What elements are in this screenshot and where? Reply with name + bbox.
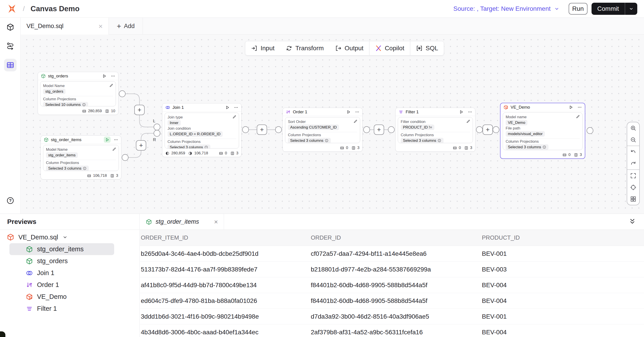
edit-icon[interactable]	[576, 114, 580, 119]
output-port-stg-order-items[interactable]	[122, 154, 128, 161]
row-count-icon	[453, 146, 457, 150]
edit-icon[interactable]	[353, 119, 358, 124]
play-button[interactable]	[104, 137, 110, 143]
help-button[interactable]: ?	[4, 194, 16, 207]
commit-dropdown-button[interactable]	[625, 3, 637, 15]
input-port-join-right[interactable]	[154, 130, 160, 137]
info-icon[interactable]	[438, 139, 441, 142]
more-menu-button[interactable]	[233, 105, 238, 110]
input-port-order[interactable]	[275, 126, 282, 133]
column-count-icon	[574, 153, 578, 157]
sidebar-item-lineage[interactable]	[4, 40, 16, 52]
locate-button[interactable]	[627, 182, 639, 193]
output-port-order[interactable]	[363, 126, 370, 133]
tree-root-ve-demo-sql[interactable]: VE_Demo.sql	[0, 231, 140, 243]
info-icon[interactable]	[325, 139, 328, 142]
node-filter-1[interactable]: Filter 1 Filter condition PRODUCT_ID != …	[395, 108, 476, 152]
edge-add-button[interactable]: +	[136, 140, 146, 151]
collapse-panel-button[interactable]	[628, 217, 636, 225]
table-row: b265d0a4-3c46-4ae4-b0db-dcbe25df901d cf0…	[140, 246, 644, 262]
zoom-in-button[interactable]	[627, 122, 639, 134]
node-stg-orders[interactable]: stg_orders Model Name stg_orders Column …	[38, 72, 118, 115]
edit-icon[interactable]	[112, 147, 116, 151]
tree-item-ve-demo[interactable]: VE_Demo	[10, 291, 114, 303]
tree-item-order-1[interactable]: Order 1	[10, 279, 114, 291]
more-menu-button[interactable]	[354, 110, 360, 114]
sidebar-item-canvas[interactable]	[4, 59, 16, 71]
toolbar-input-button[interactable]: Input	[245, 41, 280, 55]
field-label: Join condition	[168, 126, 236, 131]
info-icon[interactable]	[82, 103, 86, 106]
preview-tab-label: stg_order_items	[156, 218, 199, 225]
table-cell: BEV-004	[482, 297, 644, 304]
input-port-join-left[interactable]	[154, 124, 160, 130]
input-port-filter[interactable]	[388, 126, 395, 133]
play-button[interactable]	[224, 104, 231, 110]
output-port-join[interactable]	[242, 126, 249, 133]
projections-chip: Selected 3 columns	[288, 138, 331, 143]
redo-button[interactable]	[627, 158, 639, 169]
play-button[interactable]	[568, 104, 574, 110]
info-icon[interactable]	[542, 145, 546, 149]
field-label: Column Projections	[401, 133, 470, 137]
preview-tab-stg-order-items[interactable]: stg_order_items ×	[140, 214, 224, 230]
run-button[interactable]: Run	[569, 3, 588, 15]
copilot-icon	[375, 45, 382, 52]
zoom-out-button[interactable]	[627, 134, 639, 146]
card-divider	[401, 132, 470, 132]
tree-item-stg-order-items[interactable]: stg_order_items	[10, 243, 114, 255]
column-count: 3	[236, 151, 238, 155]
toolbar-copilot-label: Copilot	[385, 45, 404, 52]
edit-icon[interactable]	[232, 115, 236, 119]
sidebar-item-models[interactable]	[4, 21, 16, 34]
tree-item-join-1[interactable]: Join 1	[10, 267, 114, 279]
more-menu-button[interactable]	[110, 74, 115, 78]
edit-icon[interactable]	[466, 119, 470, 124]
output-port-ve-demo[interactable]	[586, 127, 593, 134]
edit-icon[interactable]	[109, 83, 114, 88]
edge-add-button[interactable]: +	[257, 125, 267, 135]
more-menu-button[interactable]	[467, 110, 472, 114]
canvas[interactable]: Input Transform Output Copilot SQL stg_o…	[21, 35, 644, 214]
toolbar-copilot-button[interactable]: Copilot	[370, 41, 410, 55]
node-order-1[interactable]: Order 1 Sort Order Ascending CUSTOMER_ID…	[282, 108, 362, 152]
app-logo-icon[interactable]	[7, 4, 17, 14]
output-port-stg-orders[interactable]	[119, 90, 126, 97]
flow-icon	[6, 42, 14, 50]
environment-selector[interactable]: Source: , Target: New Environment	[454, 5, 560, 12]
undo-button[interactable]	[627, 146, 639, 158]
more-menu-button[interactable]	[576, 105, 582, 110]
tab-ve-demo-sql[interactable]: VE_Demo.sql ×	[21, 18, 109, 35]
column-count-icon	[351, 146, 356, 150]
column-header: ORDER_ITEM_ID	[141, 234, 311, 241]
add-tab-button[interactable]: + Add	[109, 18, 143, 35]
edge-add-button[interactable]: +	[482, 125, 493, 135]
commit-button[interactable]: Commit	[592, 3, 625, 15]
play-button[interactable]	[458, 109, 464, 115]
tree-item-filter-1[interactable]: Filter 1	[10, 303, 114, 314]
tree-item-label: Filter 1	[37, 305, 57, 312]
info-icon[interactable]	[204, 145, 208, 149]
toolbar-output-button[interactable]: Output	[330, 41, 369, 55]
node-join-1[interactable]: Join 1 Join type Inner Join condition L.…	[162, 103, 242, 157]
more-menu-button[interactable]	[113, 138, 118, 142]
layout-grid-button[interactable]	[627, 193, 639, 205]
edge-add-button[interactable]: +	[374, 125, 384, 135]
table-cell: f84401b2-60db-4d68-9905-588b8d544a5f	[311, 297, 482, 304]
node-stg-order-items[interactable]: stg_order_items Model Name stg_order_ite…	[40, 136, 121, 179]
node-ve-demo[interactable]: VE_Demo Model name VE_Demo File path mod…	[500, 103, 585, 159]
output-port-filter[interactable]	[476, 126, 483, 133]
edge-add-button[interactable]: +	[134, 105, 145, 115]
fit-view-button[interactable]	[627, 170, 639, 182]
close-tab-icon[interactable]: ×	[98, 23, 103, 30]
previews-tree: VE_Demo.sql stg_order_items stg_orders J…	[0, 230, 140, 314]
toolbar-transform-button[interactable]: Transform	[280, 41, 330, 55]
close-preview-tab-icon[interactable]: ×	[214, 218, 218, 225]
row-count: 0	[568, 153, 570, 157]
play-button[interactable]	[345, 109, 352, 115]
tree-item-stg-orders[interactable]: stg_orders	[10, 255, 114, 267]
play-button[interactable]	[101, 73, 108, 79]
input-port-ve-demo[interactable]	[493, 126, 499, 133]
info-icon[interactable]	[83, 166, 86, 170]
toolbar-sql-button[interactable]: SQL	[410, 41, 444, 55]
